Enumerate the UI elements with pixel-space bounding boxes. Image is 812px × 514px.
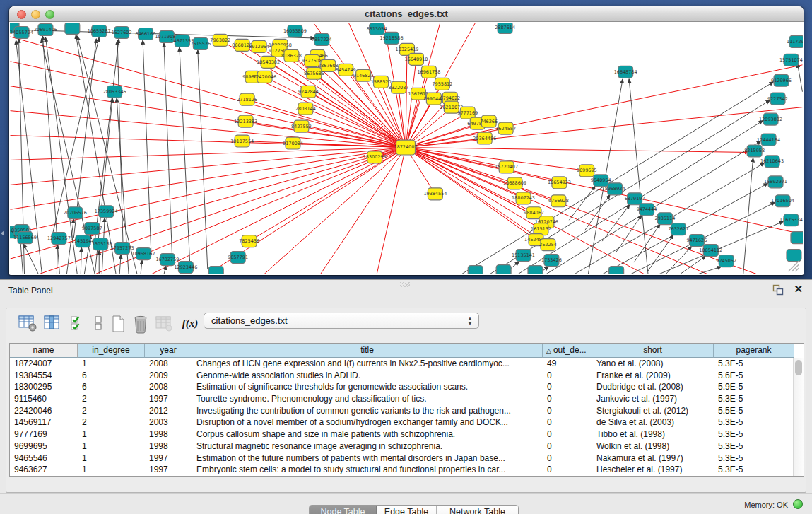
table-cell[interactable]: 5.5E-5	[714, 405, 793, 417]
graph-node[interactable]: 10688609	[503, 177, 526, 189]
graph-node[interactable]: 16053809	[283, 25, 307, 37]
network-view-window[interactable]: citations_edges.txt 24055724206914061065…	[9, 6, 804, 275]
table-selector-dropdown[interactable]: citations_edges.txt ▲▼	[204, 313, 479, 329]
table-cell[interactable]: Embryonic stem cells: a model to study s…	[192, 464, 543, 476]
table-cell[interactable]: Wolkin et al. (1998)	[592, 440, 714, 452]
window-resize-grip[interactable]	[792, 264, 799, 271]
table-cell[interactable]: 2012	[145, 405, 192, 417]
graph-edge-red[interactable]	[308, 92, 406, 148]
table-cell[interactable]: Franke et al. (2009)	[592, 370, 714, 382]
column-header-short[interactable]: short	[592, 344, 714, 358]
graph-node[interactable]: 11675334	[779, 214, 803, 226]
graph-edge-black[interactable]	[57, 245, 57, 274]
graph-edge-red[interactable]	[11, 111, 406, 148]
close-panel-icon[interactable]: ✕	[794, 283, 803, 296]
window-titlebar[interactable]: citations_edges.txt	[9, 6, 804, 22]
graph-edge-red[interactable]	[11, 148, 406, 160]
import-table-icon[interactable]	[153, 315, 173, 333]
table-cell[interactable]: 1998	[145, 440, 192, 452]
table-cell[interactable]: 1997	[145, 452, 192, 465]
graph-node[interactable]: 7963822	[210, 34, 230, 46]
column-select-icon[interactable]	[42, 315, 61, 333]
graph-node[interactable]: 2803144	[295, 103, 316, 115]
graph-node[interactable]	[791, 232, 803, 244]
graph-node[interactable]	[65, 23, 80, 34]
graph-node[interactable]: 16210643	[760, 156, 784, 168]
table-cell[interactable]: 0	[543, 440, 592, 452]
table-cell[interactable]: 1997	[145, 393, 192, 405]
table-cell[interactable]: Yano et al. (2008)	[592, 358, 714, 370]
table-cell[interactable]: 19384554	[10, 370, 78, 382]
graph-edge-red[interactable]	[11, 136, 406, 148]
graph-node[interactable]: 8813054	[367, 23, 387, 35]
column-header-title[interactable]: title	[192, 344, 543, 358]
table-cell[interactable]: Corpus callosum shape and size in male p…	[192, 428, 543, 440]
vertical-scrollbar[interactable]	[793, 358, 804, 476]
graph-node[interactable]: 8427552	[291, 120, 312, 132]
table-cell[interactable]: 9699695	[10, 440, 78, 452]
table-cell[interactable]: 2009	[145, 370, 192, 382]
network-graph[interactable]: 2405572420691406106552871527602646616010…	[10, 23, 803, 274]
table-cell[interactable]: 49	[543, 358, 592, 370]
table-settings-icon[interactable]	[18, 315, 37, 333]
graph-edge-red[interactable]	[406, 148, 749, 153]
table-row[interactable]: 977716911998Corpus callosum shape and si…	[10, 428, 793, 440]
graph-edge-black[interactable]	[743, 158, 753, 274]
table-cell[interactable]: 5.3E-5	[714, 464, 793, 476]
graph-node[interactable]: 20206576	[64, 207, 87, 219]
graph-edge-red[interactable]	[406, 148, 802, 235]
graph-node[interactable]: 9227342	[767, 93, 788, 105]
graph-edge-black[interactable]	[634, 224, 660, 262]
table-row[interactable]: 1456911722003Disruption of a novel membe…	[10, 416, 793, 428]
table-cell[interactable]: 9777169	[10, 428, 78, 440]
table-cell[interactable]: 5.9E-5	[714, 381, 793, 393]
table-cell[interactable]: 1	[78, 440, 145, 452]
memory-ok-indicator-icon[interactable]	[793, 499, 803, 509]
graph-node[interactable]: 17957273	[111, 243, 134, 255]
table-cell[interactable]: Dudbridge et al. (2008)	[592, 381, 714, 393]
table-cell[interactable]: 2008	[145, 358, 192, 370]
graph-node[interactable]: 17016504	[771, 195, 794, 207]
table-cell[interactable]: Structural magnetic resonance image aver…	[192, 440, 543, 452]
graph-node[interactable]: 8958924	[605, 183, 625, 195]
table-cell[interactable]: 2	[78, 405, 145, 417]
table-row[interactable]: 911546021997Tourette syndrome. Phenomeno…	[10, 393, 793, 405]
graph-edge-black[interactable]	[117, 40, 123, 247]
graph-edge-black[interactable]	[569, 186, 595, 220]
float-panel-icon[interactable]	[772, 284, 784, 296]
table-row[interactable]: 2242004622012Investigating the contribut…	[10, 405, 793, 417]
graph-node[interactable]: 12213383	[234, 115, 257, 127]
table-cell[interactable]: 5.3E-5	[714, 393, 793, 405]
table-cell[interactable]: 18300295	[10, 381, 78, 393]
graph-node[interactable]: 16648784	[614, 66, 637, 78]
graph-edge-black[interactable]	[143, 40, 151, 255]
column-header-out_de[interactable]: △out_de...	[543, 344, 592, 358]
table-cell[interactable]: 5.3E-5	[714, 428, 793, 440]
graph-node[interactable]: 9129966	[771, 74, 792, 86]
graph-edge-black[interactable]	[180, 47, 190, 266]
graph-node[interactable]: 9245052	[716, 255, 736, 267]
table-cell[interactable]: Stergiakouli et al. (2012)	[592, 405, 714, 417]
graph-edge-red[interactable]	[377, 148, 406, 274]
graph-node[interactable]: 10107554	[230, 135, 254, 147]
table-row[interactable]: 1872400712008Changes of HCN gene express…	[10, 358, 793, 370]
graph-edge-red[interactable]	[406, 59, 416, 148]
table-cell[interactable]: Hescheler et al. (1997)	[592, 464, 714, 476]
graph-node[interactable]: 15135141	[512, 250, 535, 262]
graph-node[interactable]: 12444184	[757, 134, 780, 146]
column-header-name[interactable]: name	[10, 344, 78, 358]
table-cell[interactable]: Changes of HCN gene expression and I(f) …	[192, 358, 543, 370]
table-cell[interactable]: 2	[78, 416, 145, 428]
graph-node[interactable]: 28053346	[103, 86, 126, 98]
table-cell[interactable]: Investigating the contribution of common…	[192, 405, 543, 417]
collapse-west-panel-arrow-icon[interactable]	[1, 230, 4, 236]
table-cell[interactable]: Tourette syndrome. Phenomenology and cla…	[192, 393, 543, 405]
table-cell[interactable]: 9463627	[10, 464, 78, 476]
table-cell[interactable]: Jankovic et al. (1997)	[592, 393, 714, 405]
graph-edge-black[interactable]	[698, 267, 722, 274]
graph-node[interactable]: 1527602	[112, 26, 132, 38]
graph-node[interactable]	[787, 250, 801, 262]
graph-node[interactable]: 6466160	[136, 28, 156, 40]
graph-node[interactable]: 2887614	[495, 23, 515, 33]
graph-edge-black[interactable]	[648, 235, 673, 271]
